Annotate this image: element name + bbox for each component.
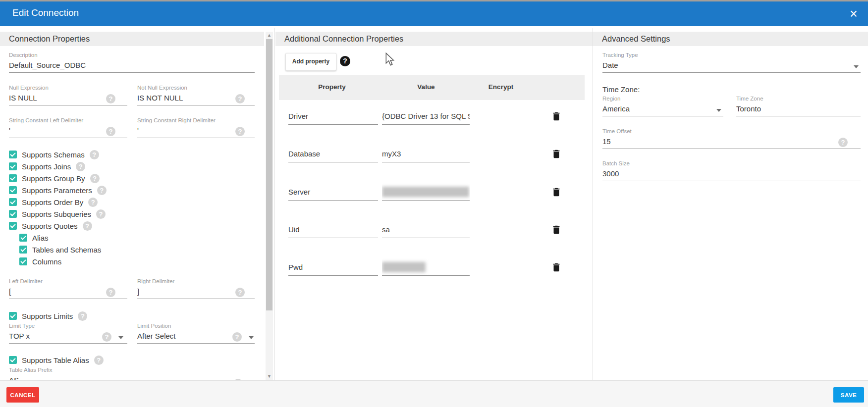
chevron-down-icon[interactable]: [716, 109, 721, 112]
checkbox-alias[interactable]: Alias: [19, 233, 49, 243]
time-zone-field[interactable]: Time Zone Toronto: [736, 95, 861, 116]
checkbox-label: Supports Limits: [22, 312, 73, 320]
help-icon[interactable]: [106, 127, 115, 136]
property-value-input[interactable]: [382, 181, 470, 201]
cancel-button[interactable]: CANCEL: [6, 387, 39, 403]
help-icon[interactable]: [340, 56, 350, 66]
checkbox-checked[interactable]: [9, 198, 17, 206]
checkbox-checked[interactable]: [9, 210, 17, 218]
scrollbar-thumb[interactable]: [266, 39, 272, 310]
help-icon[interactable]: [90, 150, 99, 159]
checkbox-checked[interactable]: [9, 222, 17, 230]
add-property-button[interactable]: Add property: [285, 53, 336, 71]
checkbox-label: Supports Table Alias: [22, 356, 89, 364]
checkbox-checked[interactable]: [9, 312, 17, 320]
description-value[interactable]: Default_Source_ODBC: [9, 59, 255, 73]
trash-icon[interactable]: [551, 261, 562, 273]
right-panel-header: Advanced Settings: [593, 32, 868, 46]
checkbox-supports-parameters[interactable]: Supports Parameters: [9, 185, 107, 195]
trash-icon[interactable]: [551, 224, 562, 236]
property-value-input[interactable]: sa: [382, 218, 470, 238]
description-field[interactable]: Description Default_Source_ODBC: [9, 51, 255, 73]
right-delimiter-label: Right Delimiter: [137, 278, 255, 286]
checkbox-supports-subqueries[interactable]: Supports Subqueries: [9, 209, 106, 219]
column-header-value: Value: [417, 83, 434, 91]
checkbox-supports-limits[interactable]: Supports Limits: [9, 311, 87, 321]
help-icon[interactable]: [235, 127, 245, 136]
checkbox-supports-joins[interactable]: Supports Joins: [9, 161, 85, 171]
trash-icon[interactable]: [551, 110, 562, 122]
checkbox-checked[interactable]: [9, 162, 17, 170]
checkbox-checked[interactable]: [19, 234, 27, 242]
chevron-down-icon[interactable]: [118, 336, 123, 339]
string-right-delimiter-field[interactable]: String Constant Right Delimiter ': [137, 117, 255, 138]
help-icon[interactable]: [102, 332, 111, 342]
checkbox-supports-table-alias[interactable]: Supports Table Alias: [9, 355, 104, 365]
limit-position-select[interactable]: Limit Position After Select: [137, 322, 255, 344]
null-expression-field[interactable]: Null Expression IS NULL: [9, 84, 127, 105]
batch-size-value[interactable]: 3000: [602, 168, 861, 181]
property-value-input[interactable]: myX3: [382, 143, 470, 162]
time-zone-label: Time Zone: [736, 95, 861, 103]
right-delimiter-field[interactable]: Right Delimiter ]: [137, 278, 255, 299]
limit-type-select[interactable]: Limit Type TOP x: [9, 322, 127, 344]
property-value-input[interactable]: {ODBC Driver 13 for SQL S: [382, 105, 470, 125]
help-icon[interactable]: [97, 186, 107, 195]
checkbox-checked[interactable]: [9, 356, 17, 364]
property-name-input[interactable]: Pwd: [288, 256, 378, 276]
save-button[interactable]: SAVE: [833, 387, 864, 403]
property-name-input[interactable]: Uid: [288, 218, 378, 238]
not-null-expression-field[interactable]: Not Null Expression IS NOT NULL: [137, 84, 255, 105]
batch-size-field[interactable]: Batch Size 3000: [602, 160, 861, 181]
help-icon[interactable]: [235, 94, 245, 103]
checkbox-checked[interactable]: [9, 151, 17, 158]
region-select[interactable]: Region America: [602, 95, 723, 116]
help-icon[interactable]: [76, 162, 85, 171]
checkbox-supports-order-by[interactable]: Supports Order By: [9, 197, 98, 207]
tracking-type-select[interactable]: Tracking Type Date: [602, 51, 861, 73]
property-name-input[interactable]: Database: [288, 143, 378, 162]
property-value-input[interactable]: [382, 256, 470, 276]
checkbox-supports-quotes[interactable]: Supports Quotes: [9, 221, 92, 231]
help-icon[interactable]: [88, 198, 98, 207]
help-icon[interactable]: [94, 356, 104, 365]
tracking-type-label: Tracking Type: [602, 51, 861, 59]
help-icon[interactable]: [83, 221, 92, 231]
time-zone-value[interactable]: Toronto: [736, 103, 861, 116]
tracking-type-value[interactable]: Date: [602, 59, 861, 73]
help-icon[interactable]: [90, 174, 100, 183]
checkbox-columns[interactable]: Columns: [19, 256, 61, 266]
help-icon[interactable]: [96, 209, 106, 219]
checkbox-checked[interactable]: [19, 246, 27, 254]
help-icon[interactable]: [78, 311, 87, 321]
scroll-up-icon[interactable]: [266, 32, 273, 39]
help-icon[interactable]: [106, 94, 115, 103]
help-icon[interactable]: [235, 288, 245, 297]
checkbox-checked[interactable]: [19, 257, 27, 265]
edit-connection-dialog: Edit Connection × Connection Properties …: [0, 0, 868, 407]
checkbox-supports-group-by[interactable]: Supports Group By: [9, 173, 100, 183]
checkbox-checked[interactable]: [9, 186, 17, 194]
property-name-input[interactable]: Driver: [288, 105, 378, 125]
chevron-down-icon[interactable]: [854, 65, 859, 68]
help-icon[interactable]: [838, 138, 848, 147]
column-header-property: Property: [318, 83, 346, 91]
left-delimiter-field[interactable]: Left Delimiter [: [9, 278, 127, 299]
property-name-input[interactable]: Server: [288, 181, 378, 201]
checkbox-checked[interactable]: [9, 174, 17, 182]
left-panel-scrollbar[interactable]: [266, 32, 273, 380]
region-value[interactable]: America: [602, 103, 723, 116]
help-icon[interactable]: [232, 332, 242, 342]
help-icon[interactable]: [106, 288, 115, 297]
close-icon[interactable]: ×: [845, 6, 862, 22]
checkbox-tables-and-schemas[interactable]: Tables and Schemas: [19, 245, 101, 254]
scroll-down-icon[interactable]: [266, 373, 273, 380]
chevron-down-icon[interactable]: [249, 336, 254, 339]
checkbox-supports-schemas[interactable]: Supports Schemas: [9, 150, 99, 159]
dialog-footer: CANCEL SAVE: [0, 380, 868, 407]
string-left-delimiter-field[interactable]: String Constant Left Delimiter ': [9, 117, 127, 138]
time-offset-value[interactable]: 15: [602, 136, 861, 149]
trash-icon[interactable]: [551, 186, 562, 198]
time-offset-field[interactable]: Time Offset 15: [602, 128, 861, 149]
trash-icon[interactable]: [551, 148, 562, 160]
